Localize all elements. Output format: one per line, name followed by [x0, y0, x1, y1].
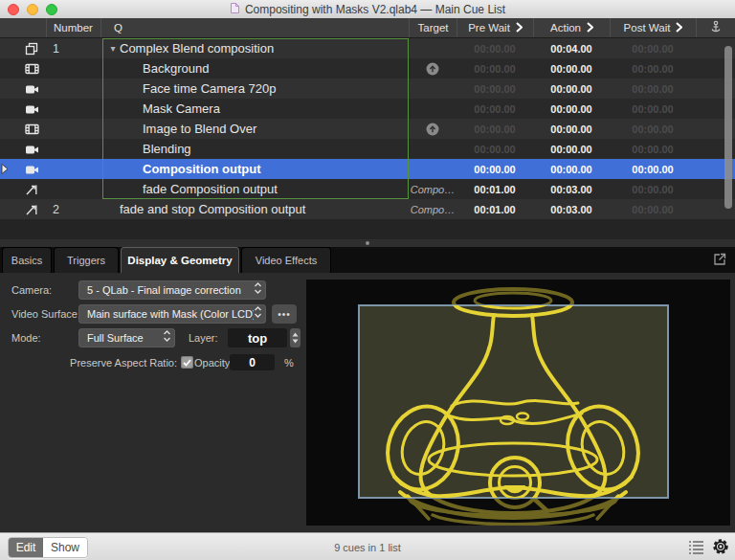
- divider-drag-handle[interactable]: [366, 241, 369, 245]
- cue-number: [46, 139, 100, 159]
- pre-wait-value: 00:00.00: [457, 58, 533, 78]
- updown-chevrons-icon: [254, 305, 262, 323]
- opacity-field[interactable]: 0: [230, 354, 275, 370]
- tab-video-effects[interactable]: Video Effects: [241, 247, 331, 273]
- video-cue-icon: [17, 58, 46, 78]
- camera-cue-icon: [17, 139, 46, 159]
- header-number[interactable]: Number: [46, 18, 100, 37]
- edit-button[interactable]: Edit: [9, 538, 43, 557]
- cue-name-cell[interactable]: Face time Camera 720p: [100, 78, 409, 99]
- popout-icon[interactable]: [712, 252, 727, 267]
- video-surface-rect[interactable]: [359, 305, 668, 498]
- action-value: 00:00.00: [533, 78, 610, 99]
- close-button[interactable]: [8, 4, 19, 15]
- settings-gear-icon[interactable]: [712, 538, 729, 559]
- header-target[interactable]: Target: [409, 18, 457, 37]
- split-divider[interactable]: [0, 239, 735, 247]
- cue-number: [46, 99, 100, 119]
- updown-chevrons-icon: [163, 329, 171, 347]
- cue-name: fade Composition output: [143, 182, 278, 196]
- layer-label: Layer:: [189, 328, 218, 347]
- cue-name-cell[interactable]: ▾ Complex Blend composition: [100, 38, 409, 58]
- header-pre-wait[interactable]: Pre Wait: [457, 18, 533, 37]
- cue-target: [409, 99, 457, 119]
- cue-list-empty-area: [0, 219, 735, 239]
- tab-display-geometry[interactable]: Display & Geometry: [121, 247, 239, 273]
- header-q[interactable]: Q: [100, 18, 409, 37]
- layer-field[interactable]: top: [228, 328, 287, 347]
- table-row[interactable]: 2 fade and stop Composition output Compo…: [0, 199, 735, 219]
- show-button[interactable]: Show: [43, 538, 87, 557]
- cue-list-icon[interactable]: [688, 539, 704, 559]
- action-value: 00:04.00: [533, 38, 610, 58]
- cue-name-cell[interactable]: Image to Blend Over: [100, 119, 409, 139]
- action-value: 00:00.00: [533, 99, 610, 119]
- cue-name-cell[interactable]: Blending: [100, 139, 409, 159]
- vertical-scrollbar[interactable]: [724, 46, 732, 209]
- camera-cue-icon: [17, 159, 46, 179]
- table-row[interactable]: Face time Camera 720p 00:00.00 00:00.00 …: [0, 78, 735, 99]
- header-action[interactable]: Action: [533, 18, 610, 37]
- playhead-marker: [0, 199, 17, 219]
- cue-name: Composition output: [143, 162, 260, 176]
- table-row[interactable]: Image to Blend Over 00:00.00 00:00.00 00…: [0, 119, 735, 139]
- cue-name-cell[interactable]: Composition output: [100, 159, 409, 179]
- camera-cue-icon: [17, 99, 46, 119]
- pre-wait-value: 00:00.00: [457, 38, 533, 58]
- cue-name: Image to Blend Over: [143, 122, 256, 136]
- table-row[interactable]: fade Composition output Compo… 00:01.00 …: [0, 179, 735, 199]
- table-row[interactable]: 1 ▾ Complex Blend composition 00:00.00 0…: [0, 38, 735, 58]
- table-row[interactable]: Composition output 00:00.00 00:00.00 00:…: [0, 159, 735, 179]
- post-wait-value: 00:00.00: [610, 199, 696, 219]
- cue-number: 1: [46, 38, 100, 58]
- camera-select[interactable]: 5 - QLab - Final image correction: [78, 280, 266, 300]
- header-post-wait[interactable]: Post Wait: [610, 18, 696, 37]
- post-wait-value: 00:00.00: [610, 38, 696, 58]
- zoom-button[interactable]: [46, 4, 57, 15]
- camera-label: Camera:: [11, 280, 52, 300]
- cue-name-cell[interactable]: Mask Camera: [100, 99, 409, 119]
- cue-name-cell[interactable]: fade Composition output: [100, 179, 409, 199]
- header-continue-column[interactable]: [696, 18, 735, 37]
- cue-name: Face time Camera 720p: [143, 81, 276, 96]
- disclosure-triangle-icon[interactable]: ▾: [106, 43, 120, 54]
- tab-basics[interactable]: Basics: [2, 247, 52, 273]
- chevron-right-icon[interactable]: [516, 22, 523, 34]
- preserve-aspect-ratio-checkbox[interactable]: [181, 356, 193, 369]
- minimize-button[interactable]: [27, 4, 38, 15]
- surface-options-button[interactable]: •••: [272, 304, 297, 324]
- post-wait-value: 00:00.00: [610, 179, 696, 199]
- inspector-tabbar: Basics Triggers Display & Geometry Video…: [0, 247, 735, 273]
- action-value: 00:03.00: [533, 179, 610, 199]
- camera-cue-icon: [17, 78, 46, 99]
- playhead-marker: [0, 179, 17, 199]
- cue-name: Mask Camera: [143, 101, 220, 116]
- pre-wait-value: 00:01.00: [457, 179, 533, 199]
- action-value: 00:00.00: [533, 119, 610, 139]
- cue-name-cell[interactable]: fade and stop Composition output: [100, 199, 409, 219]
- table-row[interactable]: Mask Camera 00:00.00 00:00.00 00:00.00: [0, 99, 735, 119]
- tab-triggers[interactable]: Triggers: [54, 247, 119, 273]
- chevron-right-icon[interactable]: [676, 22, 682, 34]
- chevron-right-icon[interactable]: [587, 22, 593, 34]
- playhead-marker: [0, 78, 17, 99]
- action-value: 00:00.00: [533, 58, 610, 78]
- group-cue-icon: [17, 38, 46, 58]
- table-row[interactable]: Background 00:00.00 00:00.00 00:00.00: [0, 58, 735, 78]
- layer-stepper[interactable]: [290, 328, 301, 347]
- pre-wait-value: 00:01.00: [457, 199, 533, 219]
- cue-target: [409, 38, 457, 58]
- video-surface-select[interactable]: Main surface with Mask (Color LCD): [78, 304, 266, 324]
- pre-wait-value: 00:00.00: [457, 139, 533, 159]
- cue-number: [46, 159, 100, 179]
- mode-select[interactable]: Full Surface: [78, 328, 175, 347]
- mode-label: Mode:: [11, 328, 41, 347]
- cue-name-cell[interactable]: Background: [100, 58, 409, 78]
- pre-wait-value: 00:00.00: [457, 99, 533, 119]
- cue-number: [46, 58, 100, 78]
- table-row[interactable]: Blending 00:00.00 00:00.00 00:00.00: [0, 139, 735, 159]
- cue-target: [409, 78, 457, 99]
- fade-cue-icon: [17, 179, 46, 199]
- status-bar: 9 cues in 1 list Edit Show: [0, 532, 735, 560]
- updown-chevrons-icon: [254, 281, 262, 299]
